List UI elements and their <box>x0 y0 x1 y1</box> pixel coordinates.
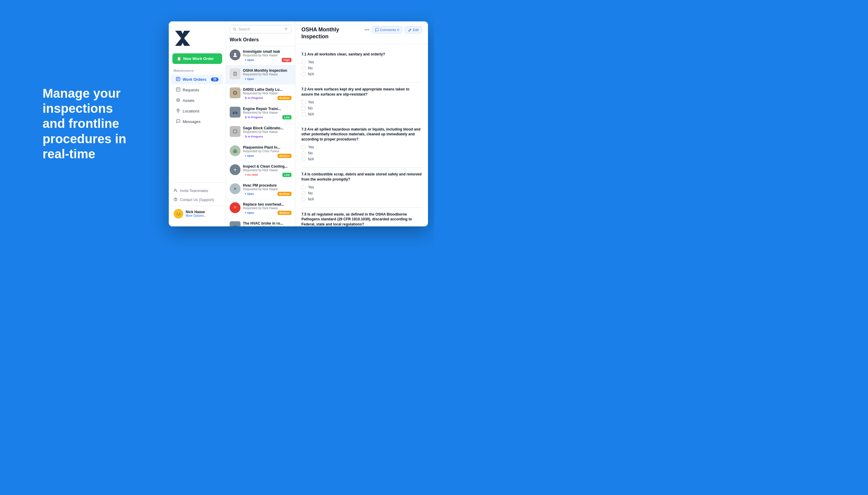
svg-point-41 <box>234 188 236 190</box>
work-order-item[interactable]: Replace two overhead... Requested by Nic… <box>226 199 295 218</box>
wo-thumb <box>230 68 241 79</box>
sidebar-bottom: Invite Teammates Contact Us (Support) 😊 … <box>169 182 226 222</box>
work-order-item[interactable]: Hvac PM procedure Requested by Nick Haas… <box>226 180 295 199</box>
work-order-item[interactable]: The HVAC broke in ro... Requested by Chr… <box>226 218 295 226</box>
checkbox[interactable] <box>301 100 306 104</box>
wo-info: Hvac PM procedure Requested by Nick Haas… <box>243 183 292 196</box>
radio-option-no[interactable]: No <box>301 191 422 195</box>
wo-requester: Requested by Chris Turlica <box>243 225 292 226</box>
work-order-item[interactable]: Investigate small leak Requested by Nick… <box>226 47 295 65</box>
question-text: 7.1 Are all worksites clean, sanitary an… <box>301 52 422 57</box>
sidebar-item-locations-label: Locations <box>183 109 199 113</box>
option-label: Yes <box>308 185 314 189</box>
wo-requester: Requested by Nick Haase <box>243 169 292 172</box>
radio-circle[interactable] <box>301 60 306 64</box>
work-order-item[interactable]: G4002 Lathe Daily Lu... Requested by Nic… <box>226 84 295 104</box>
radio-option-no[interactable]: No <box>301 66 422 70</box>
checkbox-option-yes[interactable]: Yes <box>301 100 422 104</box>
sidebar-item-assets[interactable]: Assets <box>171 96 223 105</box>
radio-option-yes[interactable]: Yes <box>301 185 422 189</box>
radio-circle[interactable] <box>301 66 306 70</box>
question-text: 7.2 Are work surfaces kept dry and appro… <box>301 87 422 97</box>
messages-icon <box>176 119 180 124</box>
contact-support-button[interactable]: Contact Us (Support) <box>169 195 226 204</box>
more-options-button[interactable]: ••• <box>364 27 369 33</box>
radio-option-na[interactable]: N/A <box>301 197 422 201</box>
edit-button[interactable]: Edit <box>405 26 422 33</box>
radio-circle[interactable] <box>301 145 306 149</box>
checkbox-option-no[interactable]: No <box>301 106 422 110</box>
user-area[interactable]: 😊 Nick Haase More Options... <box>169 206 226 222</box>
radio-circle[interactable] <box>301 157 306 161</box>
checkbox-option-na[interactable]: N/A <box>301 112 422 116</box>
radio-circle[interactable] <box>301 197 306 201</box>
svg-rect-32 <box>234 110 236 112</box>
checkbox[interactable] <box>301 106 306 110</box>
radio-circle[interactable] <box>301 151 306 155</box>
radio-option-na[interactable]: N/A <box>301 72 422 76</box>
option-label: Yes <box>308 60 314 64</box>
wo-meta: Open Medium <box>243 211 292 215</box>
hero-line5: real-time <box>42 147 95 161</box>
wo-meta: Open <box>243 77 292 81</box>
radio-option-yes[interactable]: Yes <box>301 60 422 64</box>
work-orders-panel: Search Work Orders Investigate <box>226 21 295 226</box>
work-order-item[interactable]: Gage Block Calibratio... Requested by Ni… <box>226 123 295 142</box>
radio-option-yes[interactable]: Yes <box>301 145 422 149</box>
search-bar[interactable]: Search <box>230 25 292 33</box>
comments-button[interactable]: Comments 0 <box>372 26 402 33</box>
edit-icon <box>408 28 412 32</box>
priority-badge: Medium <box>278 154 292 158</box>
question-text: 7.3 Are all spilled hazardous materials … <box>301 127 422 142</box>
hero-line2: inspections <box>42 101 113 116</box>
sidebar-item-work-orders[interactable]: Work Orders 39 <box>171 74 223 84</box>
wo-name: G4002 Lathe Daily Lu... <box>243 87 292 92</box>
wo-requester: Requested by Nick Haase <box>243 188 292 191</box>
hero-line1: Manage your <box>42 86 121 100</box>
work-order-item[interactable]: Inspect & Clean Cooling... Requested by … <box>226 161 295 180</box>
priority-badge: Medium <box>278 96 292 100</box>
wo-thumb <box>230 107 241 118</box>
wo-meta: In Progress Medium <box>243 96 292 100</box>
question-block: 7.5 Is all regulated waste, as defined i… <box>301 208 422 226</box>
radio-circle[interactable] <box>301 72 306 76</box>
edit-label: Edit <box>413 28 419 32</box>
radio-option-na[interactable]: N/A <box>301 157 422 161</box>
detail-content: 7.1 Are all worksites clean, sanitary an… <box>295 44 428 226</box>
invite-teammates-button[interactable]: Invite Teammates <box>169 186 226 195</box>
wo-requester: Requested by Nick Haase <box>243 206 292 210</box>
wo-name: Hvac PM procedure <box>243 183 292 188</box>
radio-circle[interactable] <box>301 191 306 195</box>
option-label: N/A <box>308 197 314 201</box>
wo-name: Gage Block Calibratio... <box>243 126 292 130</box>
sidebar-item-locations[interactable]: Locations <box>171 106 223 116</box>
sidebar-item-requests[interactable]: Requests <box>171 85 223 95</box>
option-label: N/A <box>308 157 314 161</box>
work-order-item[interactable]: OSHA Monthly Inspection Requested by Nic… <box>226 65 295 84</box>
sidebar-item-assets-label: Assets <box>183 98 194 103</box>
user-name: Nick Haase <box>186 210 221 214</box>
question-text: 7.4 Is combustible scrap, debris and was… <box>301 172 422 182</box>
wo-meta: Open Medium <box>243 192 292 196</box>
radio-option-no[interactable]: No <box>301 151 422 155</box>
radio-circle[interactable] <box>301 185 306 189</box>
option-label: No <box>308 66 313 70</box>
work-order-item[interactable]: Plaquemine Plant In... Requested by Chri… <box>226 142 295 161</box>
sidebar-item-messages[interactable]: Messages <box>171 117 223 126</box>
svg-point-42 <box>234 206 236 208</box>
new-work-order-button[interactable]: 📋 New Work Order <box>172 53 222 64</box>
checkbox[interactable] <box>301 112 306 116</box>
status-badge: On Hold <box>243 173 260 177</box>
work-order-item[interactable]: Engine Repair Traini... Requested by Nic… <box>226 104 295 123</box>
sidebar-item-requests-label: Requests <box>183 88 199 92</box>
detail-header: OSHA MonthlyInspection ••• Comments 0 <box>295 21 428 44</box>
sidebar-item-messages-label: Messages <box>183 119 201 124</box>
wo-info: Investigate small leak Requested by Nick… <box>243 49 292 62</box>
option-label: N/A <box>308 72 314 76</box>
filter-icon[interactable] <box>284 27 288 31</box>
question-text: 7.5 Is all regulated waste, as defined i… <box>301 212 422 226</box>
priority-badge: Low <box>282 173 292 177</box>
wo-info: G4002 Lathe Daily Lu... Requested by Nic… <box>243 87 292 100</box>
option-label: No <box>308 191 313 195</box>
logo-area <box>169 26 226 53</box>
